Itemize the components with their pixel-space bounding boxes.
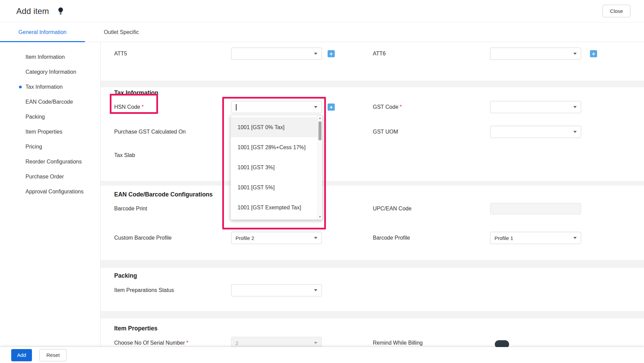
custom-barcode-profile-select[interactable]: Profile 2 — [231, 232, 322, 244]
ean-barcode-section: EAN Code/Barcode Configurations Barcode … — [101, 186, 644, 260]
chevron-down-icon — [573, 237, 577, 239]
packing-section: Packing Item Preparations Status — [101, 268, 644, 311]
chevron-down-icon — [573, 106, 577, 108]
purchase-gst-label: Purchase GST Calculated On — [114, 129, 186, 135]
upc-ean-code-input[interactable] — [490, 203, 581, 214]
section-separator — [101, 181, 644, 186]
sidebar-item-item-information[interactable]: Item Information — [0, 50, 100, 65]
chevron-down-icon — [314, 53, 317, 55]
form-content: ATT5 + ATT6 + Tax Information HSN Code* … — [101, 42, 644, 363]
item-preparations-status-select[interactable] — [231, 284, 322, 296]
hsn-code-select[interactable] — [231, 101, 322, 113]
sidebar-item-packing[interactable]: Packing — [0, 109, 100, 124]
hsn-option[interactable]: 1001 [GST 28%+Cess 17%] — [231, 137, 317, 157]
custom-barcode-profile-label: Custom Barcode Profile — [114, 235, 172, 241]
sidebar-item-label: Packing — [25, 114, 45, 120]
hsn-option[interactable]: 1001 [GST 0% Tax] — [231, 117, 317, 137]
serial-number-label: Choose No Of Serial Number* — [114, 340, 188, 346]
chevron-down-icon — [314, 106, 317, 108]
sidebar-item-label: Approval Configurations — [25, 189, 84, 195]
scroll-up-icon[interactable]: ▲ — [318, 116, 322, 120]
sidebar-item-reorder-configurations[interactable]: Reorder Configurations — [0, 154, 100, 169]
ean-barcode-heading: EAN Code/Barcode Configurations — [114, 191, 213, 198]
tab-bar: General Information Outlet Specific — [0, 22, 644, 42]
gst-code-label: GST Code* — [373, 104, 402, 110]
hint-bulb-icon[interactable] — [58, 7, 64, 15]
hsn-option[interactable]: 1001 [GST Exempted Tax] — [231, 197, 317, 218]
tax-slab-label: Tax Slab — [114, 152, 135, 158]
sidebar-item-label: Pricing — [25, 144, 42, 150]
sidebar-item-purchase-order[interactable]: Purchase Order — [0, 169, 100, 184]
section-separator — [101, 81, 644, 87]
section-nav: Item Information Category Information Ta… — [0, 42, 101, 363]
item-preparations-status-label: Item Preparations Status — [114, 287, 174, 293]
add-item-dialog: Add item Close General Information Outle… — [0, 0, 644, 363]
sidebar-item-label: Item Information — [25, 54, 65, 60]
footer-bar: Add Reset — [0, 347, 644, 363]
item-properties-heading: Item Properties — [114, 325, 157, 332]
sidebar-item-label: Item Properties — [25, 129, 62, 135]
sidebar-item-category-information[interactable]: Category Information — [0, 65, 100, 80]
header: Add item Close — [0, 0, 644, 22]
hsn-code-add-button[interactable]: + — [328, 104, 335, 111]
att5-select[interactable] — [231, 48, 322, 60]
packing-heading: Packing — [114, 272, 137, 279]
sidebar-item-label: Purchase Order — [25, 174, 64, 180]
barcode-print-label: Barcode Print — [114, 206, 147, 212]
chevron-down-icon — [573, 131, 577, 133]
sidebar-item-label: Reorder Configurations — [25, 159, 82, 165]
att6-label: ATT6 — [373, 51, 386, 57]
att5-add-button[interactable]: + — [328, 50, 335, 57]
gst-code-select[interactable] — [490, 101, 581, 113]
dropdown-scrollbar[interactable]: ▲ ▼ — [317, 115, 322, 220]
tax-information-section: Tax Information HSN Code* + GST Code* Pu… — [101, 87, 644, 181]
hsn-code-label: HSN Code* — [114, 104, 144, 110]
sidebar-item-label: Tax Information — [25, 84, 63, 90]
barcode-profile-label: Barcode Profile — [373, 235, 410, 241]
scroll-down-icon[interactable]: ▼ — [318, 214, 322, 219]
sidebar-item-tax-information[interactable]: Tax Information — [0, 80, 100, 94]
chevron-down-icon — [314, 342, 317, 344]
att6-add-button[interactable]: + — [590, 50, 597, 57]
reset-button[interactable]: Reset — [39, 349, 67, 361]
section-separator — [101, 311, 644, 318]
text-cursor-icon — [236, 104, 237, 110]
page-title: Add item — [16, 6, 49, 16]
tax-information-heading: Tax Information — [114, 89, 158, 97]
attributes-section: ATT5 + ATT6 + — [101, 42, 644, 81]
tab-outlet-specific[interactable]: Outlet Specific — [85, 22, 158, 42]
barcode-profile-select[interactable]: Profile 1 — [490, 232, 581, 244]
gst-uom-select[interactable] — [490, 126, 581, 138]
upc-ean-code-label: UPC/EAN Code — [373, 206, 412, 212]
chevron-down-icon — [314, 237, 317, 239]
add-button[interactable]: Add — [11, 349, 32, 361]
chevron-down-icon — [573, 53, 577, 55]
sidebar-item-item-properties[interactable]: Item Properties — [0, 124, 100, 139]
remind-while-billing-label: Remind While Billing — [373, 340, 423, 346]
att6-select[interactable] — [490, 48, 581, 60]
att5-label: ATT5 — [114, 51, 127, 57]
section-separator — [101, 260, 644, 268]
chevron-down-icon — [314, 289, 317, 291]
sidebar-item-ean-code-barcode[interactable]: EAN Code/Barcode — [0, 94, 100, 109]
hsn-option[interactable]: 1001 [GST 3%] — [231, 157, 317, 177]
sidebar-item-label: Category Information — [25, 69, 76, 75]
scrollbar-thumb[interactable] — [318, 121, 321, 140]
sidebar-item-pricing[interactable]: Pricing — [0, 139, 100, 154]
gst-uom-label: GST UOM — [373, 129, 398, 135]
active-dot-icon — [19, 86, 22, 88]
sidebar-item-approval-configurations[interactable]: Approval Configurations — [0, 184, 100, 199]
tab-general-information[interactable]: General Information — [0, 22, 85, 42]
close-button[interactable]: Close — [603, 5, 630, 17]
hsn-code-dropdown-panel: 1001 [GST 0% Tax] 1001 [GST 28%+Cess 17%… — [230, 115, 323, 220]
hsn-option[interactable]: 1001 [GST 5%] — [231, 177, 317, 197]
sidebar-item-label: EAN Code/Barcode — [25, 99, 73, 105]
